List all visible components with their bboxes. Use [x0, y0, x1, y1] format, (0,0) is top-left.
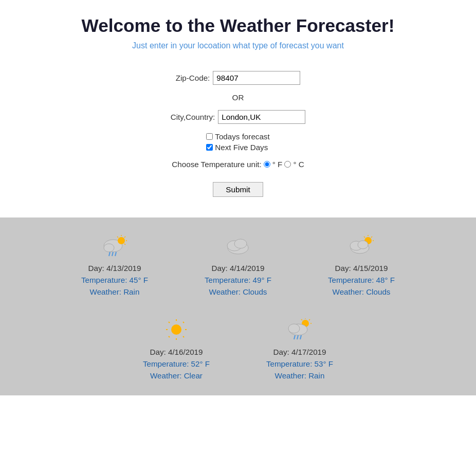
svg-line-30 [169, 336, 170, 337]
subtitle: Just enter in your locoation what type o… [10, 41, 466, 50]
weather-desc-3: Weather: Clear [150, 371, 203, 380]
svg-point-21 [358, 241, 368, 249]
today-forecast-checkbox[interactable] [206, 133, 213, 140]
weather-desc-1: Weather: Clouds [209, 287, 267, 296]
weather-card-2: Day: 4/15/2019 Temperature: 48° F Weathe… [320, 233, 402, 296]
five-days-label: Next Five Days [215, 143, 268, 152]
weather-card-3: Day: 4/16/2019 Temperature: 52° F Weathe… [135, 317, 217, 380]
weather-day-1: Day: 4/14/2019 [211, 264, 264, 273]
weather-card-1: Day: 4/14/2019 Temperature: 49° F Weathe… [197, 233, 279, 296]
weather-top-row: Day: 4/13/2019 Temperature: 45° F Weathe… [10, 233, 466, 296]
weather-icon-2 [349, 233, 374, 259]
temp-f-radio[interactable] [264, 161, 270, 168]
svg-line-18 [364, 237, 365, 238]
svg-line-38 [294, 335, 295, 339]
svg-line-39 [297, 335, 298, 339]
temp-unit-row: Choose Temperature unit: ° F ° C [172, 160, 304, 169]
city-input[interactable] [218, 110, 305, 124]
svg-line-4 [124, 237, 125, 238]
top-section: Welcome to the Weather Forecaster! Just … [0, 0, 476, 217]
weather-icon-1 [225, 233, 251, 259]
weather-card-0: Day: 4/13/2019 Temperature: 45° F Weathe… [74, 233, 156, 296]
svg-line-8 [109, 252, 110, 256]
weather-card-4: Day: 4/17/2019 Temperature: 53° F Weathe… [259, 317, 341, 380]
weather-desc-0: Weather: Rain [90, 287, 140, 296]
svg-point-22 [171, 324, 181, 335]
weather-icon-4 [287, 317, 313, 342]
form-area: Zip-Code: OR City,Country: Todays foreca… [10, 71, 466, 197]
svg-line-9 [112, 252, 113, 256]
svg-line-10 [115, 252, 116, 256]
svg-point-1 [104, 244, 114, 252]
weather-day-2: Day: 4/15/2019 [335, 264, 388, 273]
svg-point-2 [118, 237, 125, 244]
weather-temp-4: Temperature: 53° F [266, 359, 333, 368]
svg-line-40 [300, 335, 301, 339]
five-days-row: Next Five Days [206, 143, 268, 152]
svg-line-27 [169, 322, 170, 323]
weather-temp-2: Temperature: 48° F [328, 276, 395, 284]
svg-line-35 [301, 319, 302, 320]
page-title: Welcome to the Weather Forecaster! [10, 15, 466, 36]
forecast-type-group: Todays forecast Next Five Days [206, 132, 269, 152]
weather-day-4: Day: 4/17/2019 [273, 348, 326, 356]
temp-c-label: ° C [293, 160, 304, 169]
weather-desc-4: Weather: Rain [275, 371, 325, 380]
submit-button[interactable]: Submit [213, 182, 263, 197]
svg-line-6 [124, 244, 125, 245]
zipcode-input[interactable] [213, 71, 300, 85]
or-divider: OR [232, 93, 244, 102]
svg-line-29 [183, 322, 184, 323]
svg-point-37 [288, 324, 300, 333]
weather-bottom-row: Day: 4/16/2019 Temperature: 52° F Weathe… [10, 317, 466, 380]
weather-temp-1: Temperature: 49° F [205, 276, 271, 284]
temp-c-radio[interactable] [284, 161, 291, 168]
weather-temp-0: Temperature: 45° F [81, 276, 148, 284]
weather-day-3: Day: 4/16/2019 [150, 348, 203, 356]
svg-point-13 [234, 239, 247, 248]
today-forecast-label: Todays forecast [215, 132, 269, 141]
weather-icon-0 [102, 233, 127, 259]
weather-temp-3: Temperature: 52° F [143, 359, 210, 368]
city-label: City,Country: [171, 113, 215, 121]
five-days-checkbox[interactable] [206, 144, 213, 151]
zipcode-label: Zip-Code: [176, 74, 210, 82]
temp-f-label: ° F [272, 160, 283, 169]
weather-icon-3 [163, 317, 189, 342]
today-forecast-row: Todays forecast [206, 132, 269, 141]
temp-unit-label: Choose Temperature unit: [172, 160, 261, 169]
svg-line-7 [117, 237, 118, 238]
weather-section: Day: 4/13/2019 Temperature: 45° F Weathe… [0, 217, 476, 395]
svg-line-33 [309, 319, 310, 320]
weather-desc-2: Weather: Clouds [333, 287, 391, 296]
weather-day-0: Day: 4/13/2019 [88, 264, 141, 273]
zipcode-row: Zip-Code: [176, 71, 301, 85]
svg-line-28 [183, 336, 184, 337]
svg-line-16 [371, 237, 372, 238]
city-row: City,Country: [171, 110, 306, 124]
